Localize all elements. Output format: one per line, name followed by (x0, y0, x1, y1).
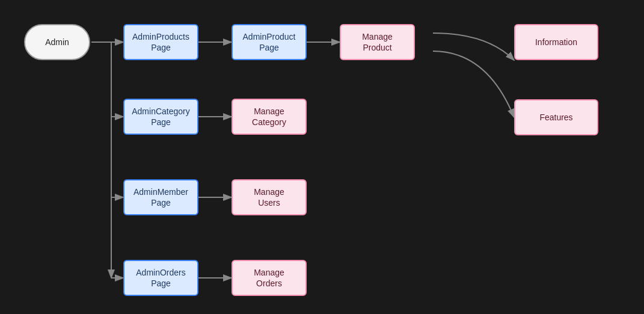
admin-orders-node: AdminOrders Page (123, 260, 198, 296)
manage-category-node: Manage Category (232, 99, 307, 135)
admin-products-node: AdminProducts Page (123, 24, 198, 60)
admin-product-node: AdminProduct Page (232, 24, 307, 60)
manage-users-node: Manage Users (232, 179, 307, 215)
information-node: Information (514, 24, 598, 60)
admin-node: Admin (24, 24, 90, 60)
diagram: Admin AdminProducts Page AdminProduct Pa… (0, 0, 644, 314)
admin-category-node: AdminCategory Page (123, 99, 198, 135)
manage-orders-node: Manage Orders (232, 260, 307, 296)
features-node: Features (514, 99, 598, 135)
manage-product-node: Manage Product (340, 24, 415, 60)
admin-member-node: AdminMember Page (123, 179, 198, 215)
